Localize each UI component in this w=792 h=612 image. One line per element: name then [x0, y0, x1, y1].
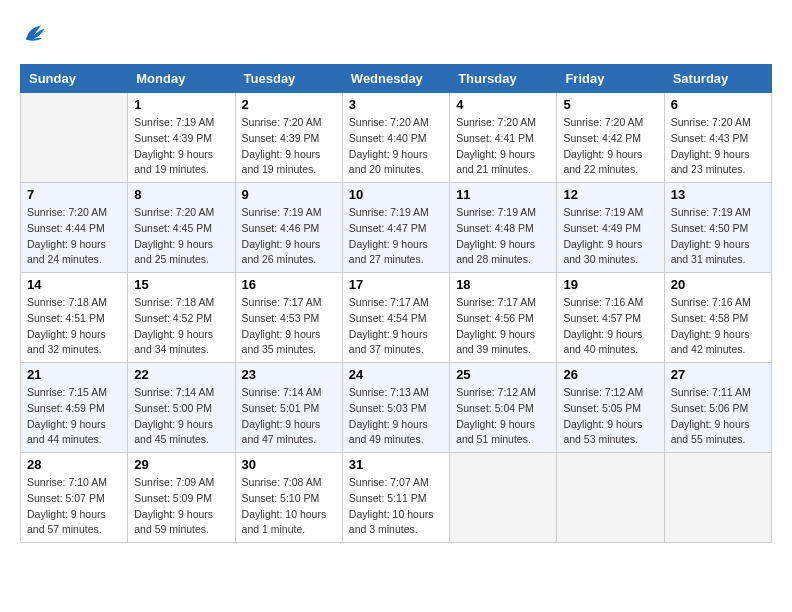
- day-info: Sunrise: 7:17 AMSunset: 4:53 PMDaylight:…: [242, 295, 336, 358]
- day-info: Sunrise: 7:19 AMSunset: 4:50 PMDaylight:…: [671, 205, 765, 268]
- day-info: Sunrise: 7:20 AMSunset: 4:45 PMDaylight:…: [134, 205, 228, 268]
- day-cell: 7Sunrise: 7:20 AMSunset: 4:44 PMDaylight…: [21, 183, 128, 273]
- day-info: Sunrise: 7:20 AMSunset: 4:42 PMDaylight:…: [563, 115, 657, 178]
- week-row-5: 28Sunrise: 7:10 AMSunset: 5:07 PMDayligh…: [21, 453, 772, 543]
- day-cell: 17Sunrise: 7:17 AMSunset: 4:54 PMDayligh…: [342, 273, 449, 363]
- day-number: 31: [349, 457, 443, 472]
- day-info: Sunrise: 7:18 AMSunset: 4:52 PMDaylight:…: [134, 295, 228, 358]
- day-number: 17: [349, 277, 443, 292]
- day-cell: 15Sunrise: 7:18 AMSunset: 4:52 PMDayligh…: [128, 273, 235, 363]
- day-info: Sunrise: 7:12 AMSunset: 5:05 PMDaylight:…: [563, 385, 657, 448]
- day-number: 26: [563, 367, 657, 382]
- day-cell: 6Sunrise: 7:20 AMSunset: 4:43 PMDaylight…: [664, 93, 771, 183]
- day-cell: 5Sunrise: 7:20 AMSunset: 4:42 PMDaylight…: [557, 93, 664, 183]
- header-cell-saturday: Saturday: [664, 65, 771, 93]
- header-cell-wednesday: Wednesday: [342, 65, 449, 93]
- day-cell: 16Sunrise: 7:17 AMSunset: 4:53 PMDayligh…: [235, 273, 342, 363]
- page-header: [20, 20, 772, 48]
- day-cell: 14Sunrise: 7:18 AMSunset: 4:51 PMDayligh…: [21, 273, 128, 363]
- day-info: Sunrise: 7:20 AMSunset: 4:41 PMDaylight:…: [456, 115, 550, 178]
- day-info: Sunrise: 7:19 AMSunset: 4:49 PMDaylight:…: [563, 205, 657, 268]
- day-cell: 13Sunrise: 7:19 AMSunset: 4:50 PMDayligh…: [664, 183, 771, 273]
- day-info: Sunrise: 7:14 AMSunset: 5:01 PMDaylight:…: [242, 385, 336, 448]
- day-number: 27: [671, 367, 765, 382]
- day-info: Sunrise: 7:20 AMSunset: 4:40 PMDaylight:…: [349, 115, 443, 178]
- logo-icon: [20, 20, 48, 48]
- week-row-4: 21Sunrise: 7:15 AMSunset: 4:59 PMDayligh…: [21, 363, 772, 453]
- day-cell: 12Sunrise: 7:19 AMSunset: 4:49 PMDayligh…: [557, 183, 664, 273]
- day-number: 3: [349, 97, 443, 112]
- day-cell: 20Sunrise: 7:16 AMSunset: 4:58 PMDayligh…: [664, 273, 771, 363]
- day-info: Sunrise: 7:15 AMSunset: 4:59 PMDaylight:…: [27, 385, 121, 448]
- day-cell: 29Sunrise: 7:09 AMSunset: 5:09 PMDayligh…: [128, 453, 235, 543]
- header-cell-monday: Monday: [128, 65, 235, 93]
- day-cell: 1Sunrise: 7:19 AMSunset: 4:39 PMDaylight…: [128, 93, 235, 183]
- day-info: Sunrise: 7:08 AMSunset: 5:10 PMDaylight:…: [242, 475, 336, 538]
- week-row-3: 14Sunrise: 7:18 AMSunset: 4:51 PMDayligh…: [21, 273, 772, 363]
- day-cell: 10Sunrise: 7:19 AMSunset: 4:47 PMDayligh…: [342, 183, 449, 273]
- day-number: 8: [134, 187, 228, 202]
- day-number: 29: [134, 457, 228, 472]
- day-number: 14: [27, 277, 121, 292]
- logo: [20, 20, 52, 48]
- day-number: 19: [563, 277, 657, 292]
- day-number: 10: [349, 187, 443, 202]
- day-number: 2: [242, 97, 336, 112]
- day-number: 25: [456, 367, 550, 382]
- header-cell-friday: Friday: [557, 65, 664, 93]
- day-number: 22: [134, 367, 228, 382]
- day-number: 6: [671, 97, 765, 112]
- week-row-1: 1Sunrise: 7:19 AMSunset: 4:39 PMDaylight…: [21, 93, 772, 183]
- day-info: Sunrise: 7:16 AMSunset: 4:57 PMDaylight:…: [563, 295, 657, 358]
- day-cell: [664, 453, 771, 543]
- day-info: Sunrise: 7:19 AMSunset: 4:48 PMDaylight:…: [456, 205, 550, 268]
- day-cell: 9Sunrise: 7:19 AMSunset: 4:46 PMDaylight…: [235, 183, 342, 273]
- day-cell: 11Sunrise: 7:19 AMSunset: 4:48 PMDayligh…: [450, 183, 557, 273]
- day-number: 30: [242, 457, 336, 472]
- day-cell: 31Sunrise: 7:07 AMSunset: 5:11 PMDayligh…: [342, 453, 449, 543]
- day-number: 15: [134, 277, 228, 292]
- day-number: 18: [456, 277, 550, 292]
- day-cell: 19Sunrise: 7:16 AMSunset: 4:57 PMDayligh…: [557, 273, 664, 363]
- day-cell: 18Sunrise: 7:17 AMSunset: 4:56 PMDayligh…: [450, 273, 557, 363]
- day-cell: [21, 93, 128, 183]
- day-number: 4: [456, 97, 550, 112]
- day-cell: 26Sunrise: 7:12 AMSunset: 5:05 PMDayligh…: [557, 363, 664, 453]
- day-info: Sunrise: 7:18 AMSunset: 4:51 PMDaylight:…: [27, 295, 121, 358]
- day-cell: [450, 453, 557, 543]
- day-number: 20: [671, 277, 765, 292]
- day-info: Sunrise: 7:12 AMSunset: 5:04 PMDaylight:…: [456, 385, 550, 448]
- header-cell-sunday: Sunday: [21, 65, 128, 93]
- day-number: 16: [242, 277, 336, 292]
- header-cell-thursday: Thursday: [450, 65, 557, 93]
- day-info: Sunrise: 7:10 AMSunset: 5:07 PMDaylight:…: [27, 475, 121, 538]
- day-info: Sunrise: 7:11 AMSunset: 5:06 PMDaylight:…: [671, 385, 765, 448]
- day-info: Sunrise: 7:20 AMSunset: 4:44 PMDaylight:…: [27, 205, 121, 268]
- day-info: Sunrise: 7:13 AMSunset: 5:03 PMDaylight:…: [349, 385, 443, 448]
- day-info: Sunrise: 7:20 AMSunset: 4:43 PMDaylight:…: [671, 115, 765, 178]
- header-cell-tuesday: Tuesday: [235, 65, 342, 93]
- day-cell: 4Sunrise: 7:20 AMSunset: 4:41 PMDaylight…: [450, 93, 557, 183]
- day-cell: 23Sunrise: 7:14 AMSunset: 5:01 PMDayligh…: [235, 363, 342, 453]
- day-cell: 8Sunrise: 7:20 AMSunset: 4:45 PMDaylight…: [128, 183, 235, 273]
- day-info: Sunrise: 7:19 AMSunset: 4:46 PMDaylight:…: [242, 205, 336, 268]
- day-cell: 27Sunrise: 7:11 AMSunset: 5:06 PMDayligh…: [664, 363, 771, 453]
- day-info: Sunrise: 7:19 AMSunset: 4:39 PMDaylight:…: [134, 115, 228, 178]
- day-cell: [557, 453, 664, 543]
- day-number: 11: [456, 187, 550, 202]
- day-cell: 22Sunrise: 7:14 AMSunset: 5:00 PMDayligh…: [128, 363, 235, 453]
- header-row: SundayMondayTuesdayWednesdayThursdayFrid…: [21, 65, 772, 93]
- day-info: Sunrise: 7:09 AMSunset: 5:09 PMDaylight:…: [134, 475, 228, 538]
- day-number: 24: [349, 367, 443, 382]
- calendar-table: SundayMondayTuesdayWednesdayThursdayFrid…: [20, 64, 772, 543]
- day-number: 7: [27, 187, 121, 202]
- day-info: Sunrise: 7:20 AMSunset: 4:39 PMDaylight:…: [242, 115, 336, 178]
- day-info: Sunrise: 7:14 AMSunset: 5:00 PMDaylight:…: [134, 385, 228, 448]
- day-cell: 25Sunrise: 7:12 AMSunset: 5:04 PMDayligh…: [450, 363, 557, 453]
- day-cell: 3Sunrise: 7:20 AMSunset: 4:40 PMDaylight…: [342, 93, 449, 183]
- day-number: 9: [242, 187, 336, 202]
- day-cell: 24Sunrise: 7:13 AMSunset: 5:03 PMDayligh…: [342, 363, 449, 453]
- day-cell: 30Sunrise: 7:08 AMSunset: 5:10 PMDayligh…: [235, 453, 342, 543]
- day-number: 23: [242, 367, 336, 382]
- day-number: 12: [563, 187, 657, 202]
